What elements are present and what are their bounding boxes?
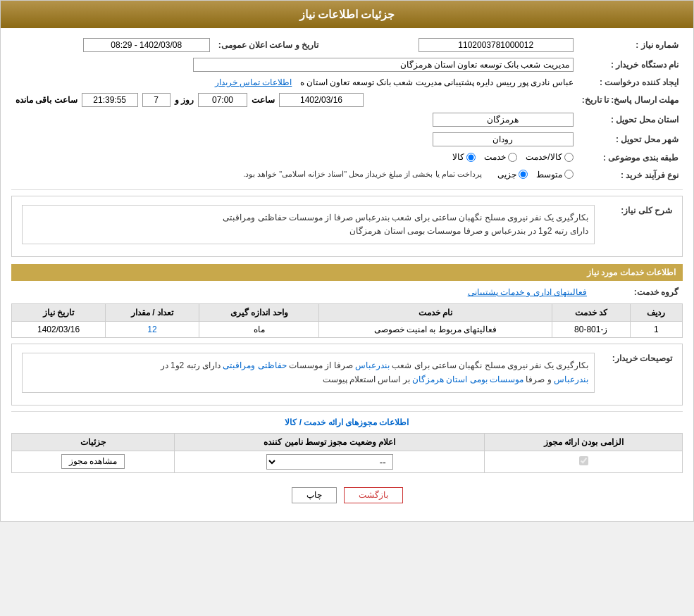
radio-kala[interactable]: کالا (452, 152, 476, 162)
license-row: -- مشاهده مجوز (12, 451, 683, 472)
label-shahr: شهر محل تحویل : (578, 130, 683, 149)
label-namdastgah: نام دستگاه خریدار : (578, 55, 683, 75)
tosihaat-mid: صرفا از موسسات (287, 360, 355, 370)
label-ijad: ایجاد کننده درخواست : (578, 75, 683, 90)
license-checkbox[interactable] (579, 456, 588, 465)
label-jozi: جزیی (497, 170, 516, 180)
license-checkbox-cell (485, 451, 683, 472)
col-kod: کد خدمت (552, 304, 630, 322)
sharh-line2: دارای رتبه 2و1 در بندرعباس و صرفا موسسات… (28, 225, 588, 238)
radio-kala-khadamat-input[interactable] (564, 153, 574, 162)
sharh-section: شرح کلی نیاز: بکارگیری یک نفر نیروی مسلح… (11, 196, 683, 257)
tosihaat-blue3: بندرعباس (554, 375, 588, 384)
label-ostan: استان محل تحویل : (578, 110, 683, 130)
col-radif: ردیف (630, 304, 682, 322)
value-date: 1402/03/16 (279, 93, 364, 107)
tosihaat-rest: و صرفا (523, 375, 554, 384)
label-kala: کالا (452, 152, 464, 162)
label-khadamat: خدمت (484, 152, 506, 162)
tosihaat-normal: بکارگیری یک نفر نیروی مسلح نگهبان ساعتی … (390, 360, 588, 370)
link-ijad[interactable]: اطلاعات تماس خریدار (215, 77, 292, 87)
col-aalam: اعلام وضعیت مجوز توسط نامین کننده (175, 433, 485, 451)
khadamat-section-title: اطلاعات خدمات مورد نیاز (11, 264, 683, 281)
value-baghimandeh: 21:39:55 (82, 93, 138, 107)
value-ostan: هرمزگان (433, 113, 574, 127)
license-select[interactable]: -- (266, 454, 393, 470)
radio-jozi[interactable]: جزیی (497, 170, 528, 180)
license-table: الزامی بودن ارائه مجوز اعلام وضعیت مجوز … (11, 433, 683, 473)
license-select-cell: -- (175, 451, 485, 472)
table-row: 1ز-801-80فعالیتهای مربوط به امنیت خصوصیم… (12, 322, 683, 338)
text-navfarayand: پرداخت تمام یا بخشی از مبلغ خریداز محل "… (243, 170, 482, 179)
value-tarikh: 1402/03/08 - 08:29 (83, 38, 210, 52)
value-saat: 07:00 (198, 93, 247, 107)
khadamat-table: ردیف کد خدمت نام خدمت واحد اندازه گیری ت… (11, 303, 683, 338)
tosihaat-section: توصیحات خریدار: بکارگیری یک نفر نیروی مس… (11, 344, 683, 405)
tosihaat-text: بکارگیری یک نفر نیروی مسلح نگهبان ساعتی … (22, 353, 595, 392)
col-elzami: الزامی بودن ارائه مجوز (485, 433, 683, 451)
tosihaat-blue1: بندرعباس (355, 360, 390, 370)
radio-kala-input[interactable] (466, 153, 476, 162)
radio-khadamat-input[interactable] (508, 153, 517, 162)
label-motavaset: متوسط (536, 170, 562, 180)
mojozha-title: اطلاعات مجوزهای ارائه خدمت / کالا (11, 417, 683, 427)
sharh-line1: بکارگیری یک نفر نیروی مسلح نگهبان ساعتی … (28, 211, 588, 225)
radio-motavaset[interactable]: متوسط (536, 170, 574, 180)
value-namdastgah: مدیریت شعب بانک توسعه تعاون استان هرمزگا… (193, 58, 574, 72)
label-mohlat: مهلت ارسال پاسخ: تا تاریخ: (578, 90, 683, 110)
radio-khadamat[interactable]: خدمت (484, 152, 517, 162)
print-button[interactable]: چاپ (292, 487, 337, 503)
col-tedad: تعداد / مقدار (106, 304, 199, 322)
value-shomara: 1102003781000012 (419, 38, 574, 52)
value-goroh[interactable]: فعالیتهای اداری و خدمات پشتیبانی (468, 287, 587, 297)
sharh-text: بکارگیری یک نفر نیروی مسلح نگهبان ساعتی … (22, 205, 595, 244)
license-btn-cell: مشاهده مجوز (12, 451, 175, 472)
label-goroh: گروه خدمت: (591, 284, 683, 300)
value-shahr: رودان (433, 132, 574, 146)
label-sharh: شرح کلی نیاز: (599, 202, 676, 247)
col-nam: نام خدمت (319, 304, 552, 322)
col-joziyat: جزئیات (12, 433, 175, 451)
col-vahed: واحد اندازه گیری (199, 304, 319, 322)
label-navfarayand: نوع فرآیند خرید : (578, 167, 683, 184)
tabagheh-radio-group: کالا/خدمت خدمت کالا (452, 152, 573, 162)
header-title: جزئیات اطلاعات نیاز (299, 8, 395, 20)
navfarayand-radio-group: متوسط جزیی پرداخت تمام یا بخشی از مبلغ خ… (243, 170, 574, 180)
value-roz: 7 (142, 93, 171, 107)
radio-motavaset-input[interactable] (564, 170, 574, 179)
value-ijad: عباس نادری پور رییس دایره پشتیبانی مدیری… (300, 77, 574, 87)
col-tarikh: تاریخ نیاز (12, 304, 106, 322)
tosihaat-end: دارای رتبه 2و1 در (161, 360, 223, 370)
page-header: جزئیات اطلاعات نیاز (1, 1, 693, 28)
label-tabagheh: طبقه بندی موضوعی : (578, 149, 683, 167)
tosihaat-blue2: حفاظتی ومراقبتی (223, 360, 286, 370)
view-license-button[interactable]: مشاهده مجوز (61, 454, 125, 469)
label-shomara: شماره نیاز : (578, 35, 683, 55)
tosihaat-last: بر اساس استعلام پیوست (323, 375, 412, 384)
radio-jozi-input[interactable] (519, 170, 528, 179)
bottom-buttons: بازگشت چاپ (11, 477, 683, 514)
label-saat: ساعت (252, 95, 275, 105)
label-kala-khadamat: کالا/خدمت (526, 152, 562, 162)
label-tosihaat: توصیحات خریدار: (599, 350, 676, 395)
label-roz: روز و (175, 95, 194, 105)
radio-kala-khadamat[interactable]: کالا/خدمت (526, 152, 573, 162)
label-tarikh-saat: تاریخ و ساعت اعلان عمومی: (214, 35, 333, 55)
back-button[interactable]: بازگشت (344, 487, 403, 503)
label-baghimandeh: ساعت باقی مانده (16, 95, 78, 105)
tosihaat-blue4: موسسات بومی استان هرمزگان (412, 375, 523, 384)
